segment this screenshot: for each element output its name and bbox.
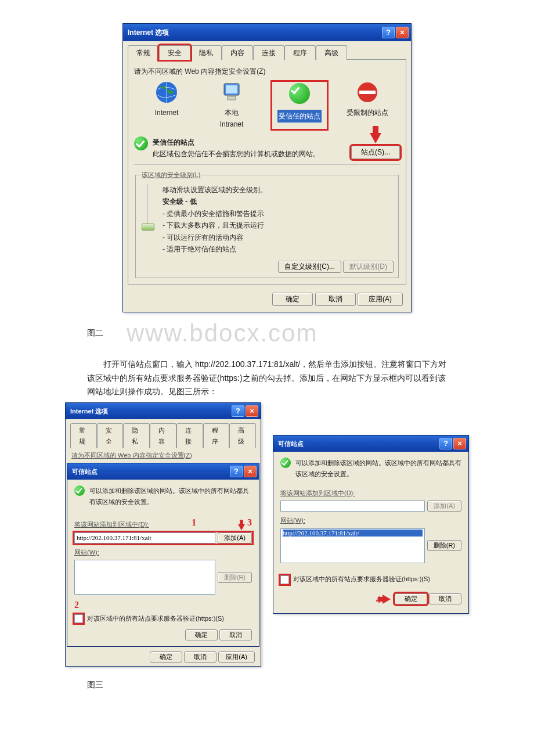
title-text: 可信站点 [72, 466, 98, 477]
watermark-text: www.bdocx.com [127, 312, 317, 354]
tab-privacy[interactable]: 隐私 [123, 423, 150, 448]
tab-content[interactable]: 内容 [222, 45, 253, 60]
checkmark-icon [74, 485, 85, 496]
https-checkbox[interactable] [74, 614, 83, 623]
cancel-button[interactable]: 取消 [315, 293, 356, 306]
zone-restricted[interactable]: 受限制的站点 [341, 80, 394, 131]
remove-button[interactable]: 删除(R) [427, 540, 461, 551]
tab-security[interactable]: 安全 [159, 45, 190, 60]
help-icon[interactable]: ? [230, 466, 243, 477]
add-button[interactable]: 添加(A) [427, 501, 461, 512]
level-line-3: - 适用于绝对信任的站点 [163, 243, 394, 255]
close-icon[interactable]: × [396, 27, 409, 38]
https-label: 对该区域中的所有站点要求服务器验证(https:)(S) [293, 575, 430, 582]
tab-general[interactable]: 常规 [128, 45, 159, 60]
help-icon[interactable]: ? [382, 27, 395, 38]
cancel-button[interactable]: 取消 [429, 593, 461, 604]
callout-3: 3 [247, 514, 252, 530]
red-arrow-down-icon [370, 133, 381, 143]
custom-level-button[interactable]: 自定义级别(C)... [278, 261, 341, 273]
titlebar[interactable]: Internet 选项 ? × [123, 24, 411, 41]
add-site-input[interactable] [74, 532, 215, 543]
site-item[interactable]: http://202.100.37.171:81/xalt/ [283, 530, 423, 537]
titlebar[interactable]: 可信站点 ? × [67, 463, 259, 480]
tab-connection[interactable]: 连接 [176, 423, 203, 448]
tab-row: 常规 安全 隐私 内容 连接 程序 高级 [123, 41, 411, 59]
level-title[interactable]: 该区域的安全级别(L) [142, 171, 200, 178]
trusted-desc: 可以添加和删除该区域的网站。该区域中的所有网站都具有该区域的安全设置。 [89, 485, 252, 507]
tab-privacy[interactable]: 隐私 [190, 45, 222, 60]
level-name: 安全级 - 低 [163, 197, 197, 206]
remove-button[interactable]: 删除(R) [218, 572, 252, 583]
cancel-button[interactable]: 取消 [219, 629, 252, 640]
svg-rect-3 [228, 96, 236, 100]
internet-options-small-dialog: Internet 选项 ? × 常规 安全 隐私 内容 连接 程序 高级 请为不… [65, 402, 261, 667]
apply-button[interactable]: 应用(A) [218, 651, 255, 663]
svg-rect-2 [226, 85, 237, 93]
title-text: Internet 选项 [70, 406, 108, 417]
checkmark-icon [287, 83, 312, 107]
https-checkbox[interactable] [280, 575, 289, 584]
paragraph-1: 打开可信站点窗口，输入 http://202.100.37.171:81/xal… [87, 358, 476, 399]
tab-content[interactable]: 内容 [150, 423, 176, 448]
title-text: 可信站点 [278, 438, 304, 449]
help-icon[interactable]: ? [439, 438, 452, 449]
tab-general[interactable]: 常规 [70, 423, 97, 448]
tab-advanced[interactable]: 高级 [229, 423, 256, 448]
trusted-desc: 可以添加和删除该区域的网站。该区域中的所有网站都具有该区域的安全设置。 [295, 458, 461, 479]
svg-rect-5 [359, 91, 376, 94]
help-icon[interactable]: ? [232, 405, 244, 417]
callout-1: 1 [192, 514, 196, 530]
figure-caption-3: 图三 [87, 678, 476, 692]
ok-button[interactable]: 确定 [272, 293, 313, 306]
add-label: 将该网站添加到区域中(D): [280, 488, 461, 499]
red-arrow-down-icon [238, 524, 245, 530]
security-slider[interactable] [140, 184, 154, 231]
zone-trusted[interactable]: 受信任的站点 [270, 80, 329, 131]
tab-advanced[interactable]: 高级 [316, 45, 347, 60]
trusted-sites-dialog-after: 可信站点 ? × 可以添加和删除该区域的网站。该区域中的所有网站都具有该区域的安… [273, 435, 469, 614]
zone-prompt: 请为不同区域的 Web 内容指定安全设置(Z) [66, 448, 261, 463]
checkmark-icon [280, 458, 291, 468]
add-site-input[interactable] [280, 501, 425, 512]
tab-security[interactable]: 安全 [97, 423, 124, 448]
titlebar[interactable]: 可信站点 ? × [273, 435, 468, 452]
internet-options-dialog: Internet 选项 ? × 常规 安全 隐私 内容 连接 程序 高级 请为不… [122, 23, 412, 312]
level-line-1: - 下载大多数内容，且无提示运行 [163, 219, 394, 231]
computer-icon [219, 80, 244, 105]
sites-label: 网站(W): [74, 547, 252, 558]
https-label: 对该区域中的所有站点要求服务器验证(https:)(S) [87, 615, 224, 622]
tab-connection[interactable]: 连接 [253, 45, 284, 60]
add-label: 将该网站添加到区域中(D): [74, 519, 149, 530]
ok-button[interactable]: 确定 [395, 593, 427, 604]
cancel-button[interactable]: 取消 [184, 651, 217, 663]
zone-intranet[interactable]: 本地 Intranet [205, 80, 258, 131]
sites-list[interactable]: http://202.100.37.171:81/xalt/ [280, 528, 425, 563]
globe-icon [154, 80, 179, 105]
trusted-sites-dialog: 可信站点 ? × 可以添加和删除该区域的网站。该区域中的所有网站都具有该区域的安… [67, 463, 259, 647]
sites-button[interactable]: 站点(S)... [351, 146, 400, 159]
titlebar[interactable]: Internet 选项 ? × [66, 403, 261, 419]
level-line-2: - 可以运行所有的活动内容 [163, 232, 394, 243]
add-button[interactable]: 添加(A) [218, 532, 252, 543]
red-arrow-right-icon [383, 595, 391, 604]
default-level-button[interactable]: 默认级别(D) [343, 261, 394, 273]
title-text: Internet 选项 [128, 27, 169, 38]
close-icon[interactable]: × [246, 405, 258, 417]
callout-2: 2 [74, 597, 252, 613]
close-icon[interactable]: × [244, 466, 257, 477]
checkmark-icon [134, 136, 148, 150]
sites-list[interactable] [74, 560, 215, 595]
ok-button[interactable]: 确定 [185, 629, 218, 640]
tab-programs[interactable]: 程序 [203, 423, 230, 448]
zone-internet[interactable]: Internet [140, 80, 193, 131]
security-level-group: 该区域的安全级别(L) 移动滑块设置该区域的安全级别。 安全级 - 低 - 提供… [135, 170, 399, 278]
close-icon[interactable]: × [453, 438, 466, 449]
ok-button[interactable]: 确定 [150, 651, 182, 663]
level-line-0: - 提供最小的安全措施和警告提示 [163, 208, 394, 219]
tab-programs[interactable]: 程序 [284, 45, 316, 60]
sites-label: 网站(W): [280, 515, 461, 526]
prohibited-icon [355, 80, 380, 105]
trusted-title: 受信任的站点 [153, 138, 194, 146]
apply-button[interactable]: 应用(A) [358, 293, 403, 306]
